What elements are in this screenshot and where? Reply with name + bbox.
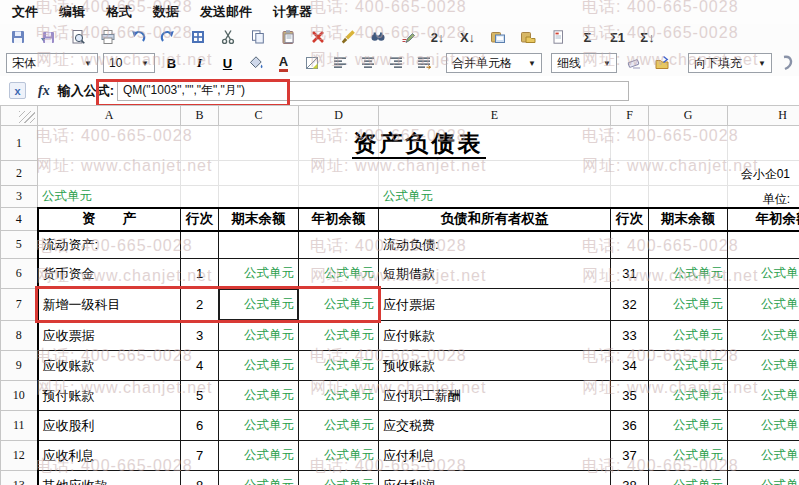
line-style-dropdown[interactable]: 细线▼ (551, 53, 617, 73)
cell-b1[interactable] (181, 126, 219, 161)
cell-f10[interactable]: 35 (611, 381, 649, 411)
cell-a5[interactable]: 流动资产: (38, 231, 181, 259)
menu-item-5[interactable]: 发送邮件 (200, 3, 252, 21)
cell-g4[interactable]: 期末余额 (649, 208, 728, 231)
font-size-dropdown[interactable]: 10▼ (103, 53, 155, 73)
cell-c10[interactable]: 公式单元 (219, 381, 299, 411)
cell-c9[interactable]: 公式单元 (219, 351, 299, 381)
cell-c12[interactable]: 公式单元 (219, 441, 299, 471)
save-icon[interactable] (6, 26, 29, 48)
cell-a10[interactable]: 预付账款 (38, 381, 181, 411)
format-painter-icon[interactable] (336, 26, 359, 48)
cell-c13[interactable]: 公式单元 (219, 471, 299, 485)
cell-e10[interactable]: 应付职工薪酬 (379, 381, 611, 411)
cell-g13[interactable]: 公式单元 (649, 471, 728, 485)
cancel-formula-icon[interactable]: x (9, 82, 26, 99)
cell-g11[interactable]: 公式单元 (649, 411, 728, 441)
select-all-corner[interactable] (1, 106, 38, 126)
cell-b13[interactable]: 8 (181, 471, 219, 485)
fill-direction-dropdown[interactable]: 向下填充▼ (688, 53, 772, 73)
cell-h6[interactable]: 公式单元 (728, 259, 799, 289)
export-clipboard-icon[interactable] (516, 26, 539, 48)
cell-d3[interactable] (299, 186, 379, 208)
cell-e6[interactable]: 短期借款 (379, 259, 611, 289)
cell-a9[interactable]: 应收账款 (38, 351, 181, 381)
delete-icon[interactable] (306, 26, 329, 48)
cell-h3[interactable] (728, 186, 799, 208)
sort-descending-icon[interactable]: X↓ (456, 26, 479, 48)
cell-a11[interactable]: 应收股利 (38, 411, 181, 441)
row-header-11[interactable]: 11 (1, 411, 38, 441)
cell-h9[interactable]: 公式单元 (728, 351, 799, 381)
edit-formula-icon[interactable] (396, 26, 419, 48)
cell-g6[interactable]: 公式单元 (649, 259, 728, 289)
print-preview-icon[interactable] (66, 26, 89, 48)
cell-f3[interactable] (611, 186, 649, 208)
row-header-5[interactable]: 5 (1, 231, 38, 259)
cell-h2[interactable] (728, 161, 799, 186)
cell-e4[interactable]: 负债和所有者权益 (379, 208, 611, 231)
cell-a8[interactable]: 应收票据 (38, 321, 181, 351)
print-icon[interactable] (96, 26, 119, 48)
cell-f13[interactable]: 38 (611, 471, 649, 485)
cell-d11[interactable]: 公式单元 (299, 411, 379, 441)
cell-h7[interactable]: 公式单元 (728, 289, 799, 321)
cell-b6[interactable]: 1 (181, 259, 219, 289)
row-header-10[interactable]: 10 (1, 381, 38, 411)
cell-e7[interactable]: 应付票据 (379, 289, 611, 321)
cell-c4[interactable]: 期末余额 (219, 208, 299, 231)
align-justify-icon[interactable] (412, 52, 435, 74)
cell-b8[interactable]: 3 (181, 321, 219, 351)
cell-e12[interactable]: 应付利息 (379, 441, 611, 471)
cell-g7[interactable]: 公式单元 (649, 289, 728, 321)
cell-c2[interactable] (219, 161, 299, 186)
cell-d6[interactable]: 公式单元 (299, 259, 379, 289)
cell-d9[interactable]: 公式单元 (299, 351, 379, 381)
cell-a6[interactable]: 货币资金 (38, 259, 181, 289)
cell-f4[interactable]: 行次 (611, 208, 649, 231)
sum-icon[interactable]: Σ (576, 26, 599, 48)
cell-pattern-icon[interactable] (300, 52, 323, 74)
col-header-b[interactable]: B (181, 106, 219, 126)
cell-c7[interactable]: 公式单元 (219, 289, 299, 321)
cell-b9[interactable]: 4 (181, 351, 219, 381)
cell-e13[interactable]: 应付利润 (379, 471, 611, 485)
row-header-3[interactable]: 3 (1, 186, 38, 208)
row-header-7[interactable]: 7 (1, 289, 38, 321)
cut-icon[interactable] (216, 26, 239, 48)
menu-item-2[interactable]: 编辑 (59, 3, 85, 21)
redo-icon[interactable] (156, 26, 179, 48)
cell-b5[interactable] (181, 231, 219, 259)
col-header-a[interactable]: A (38, 106, 181, 126)
row-header-8[interactable]: 8 (1, 321, 38, 351)
cell-b11[interactable]: 6 (181, 411, 219, 441)
cell-d1[interactable] (299, 126, 379, 161)
cell-d10[interactable]: 公式单元 (299, 381, 379, 411)
font-name-dropdown[interactable]: 宋体▼ (6, 53, 98, 73)
sort-ascending-icon[interactable]: 2↓ (426, 26, 449, 48)
import-clipboard-icon[interactable] (486, 26, 509, 48)
font-color-button[interactable]: A (272, 52, 295, 74)
cell-b2[interactable] (181, 161, 219, 186)
align-left-icon[interactable] (328, 52, 351, 74)
cell-g12[interactable]: 公式单元 (649, 441, 728, 471)
cell-d8[interactable]: 公式单元 (299, 321, 379, 351)
display-settings-icon[interactable] (186, 26, 209, 48)
cell-g10[interactable]: 公式单元 (649, 381, 728, 411)
cell-a3[interactable]: 公式单元 (38, 186, 181, 208)
cell-g8[interactable]: 公式单元 (649, 321, 728, 351)
row-header-2[interactable]: 2 (1, 161, 38, 186)
bold-button[interactable]: B (160, 52, 183, 74)
cell-f11[interactable]: 36 (611, 411, 649, 441)
row-header-1[interactable]: 1 (1, 126, 38, 161)
copy-icon[interactable] (246, 26, 269, 48)
cell-b12[interactable]: 7 (181, 441, 219, 471)
cell-h11[interactable]: 公式单元 (728, 411, 799, 441)
cell-a13[interactable]: 其他应收款 (38, 471, 181, 485)
paste-icon[interactable] (276, 26, 299, 48)
row-header-6[interactable]: 6 (1, 259, 38, 289)
cell-h10[interactable]: 公式单元 (728, 381, 799, 411)
sum-row-icon[interactable]: Σ1 (606, 26, 629, 48)
row-header-4[interactable]: 4 (1, 208, 38, 231)
col-header-h[interactable]: H (728, 106, 799, 126)
